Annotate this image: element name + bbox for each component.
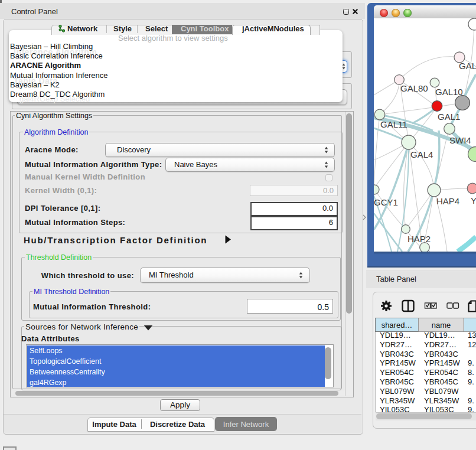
svg-text:GCY1: GCY1 [374, 197, 398, 207]
svg-text:GAL80: GAL80 [400, 83, 428, 93]
svg-text:GAL: GAL [459, 61, 476, 71]
svg-text:GAL1: GAL1 [438, 112, 460, 122]
svg-text:HAP2: HAP2 [407, 234, 431, 244]
svg-text:Y: Y [471, 195, 476, 206]
svg-text:GAL10: GAL10 [435, 87, 463, 97]
svg-text:HAP4: HAP4 [436, 196, 459, 206]
svg-text:GAL4: GAL4 [410, 149, 433, 159]
svg-text:SWI4: SWI4 [449, 135, 471, 145]
svg-text:GAL11: GAL11 [380, 119, 407, 129]
